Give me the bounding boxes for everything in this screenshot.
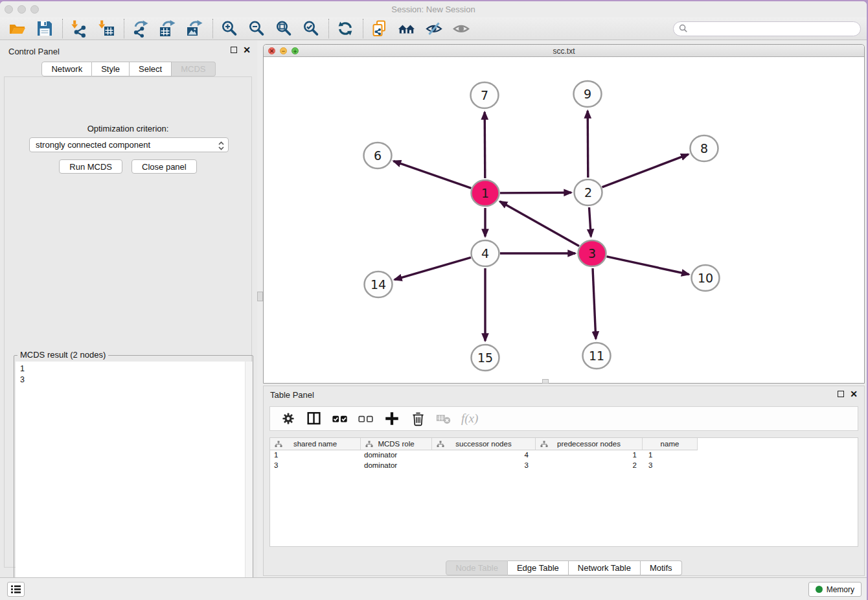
- close-panel-button[interactable]: Close panel: [131, 159, 197, 174]
- graph-edge[interactable]: [602, 154, 689, 187]
- control-panel: Control Panel ✕ NetworkStyleSelectMCDS O…: [0, 41, 257, 577]
- column-header-shared-name[interactable]: shared name: [270, 438, 361, 450]
- table-header-row: shared nameMCDS rolesuccessor nodesprede…: [270, 438, 858, 450]
- clone-network-icon[interactable]: [370, 19, 389, 38]
- optimization-criterion-label: Optimization criterion:: [5, 124, 251, 133]
- function-builder-icon: f(x): [461, 411, 478, 426]
- graph-edge[interactable]: [394, 161, 472, 189]
- tab-style[interactable]: Style: [92, 62, 130, 76]
- import-table-icon[interactable]: [97, 19, 116, 38]
- app-window: Session: New Session: [0, 1, 867, 600]
- export-table-icon[interactable]: [158, 19, 177, 38]
- table-cell[interactable]: 1: [643, 450, 698, 461]
- tab-node-table[interactable]: Node Table: [446, 560, 508, 575]
- column-header-name[interactable]: name: [643, 438, 698, 450]
- graph-node-label: 8: [700, 141, 708, 156]
- result-line: 3: [20, 375, 251, 386]
- show-columns-icon[interactable]: [306, 410, 323, 427]
- network-canvas[interactable]: 7968124314101511: [264, 57, 864, 383]
- add-row-icon[interactable]: [383, 410, 400, 427]
- result-line: 1: [20, 363, 251, 375]
- open-session-icon[interactable]: [8, 19, 27, 38]
- table-cell[interactable]: 4: [432, 450, 536, 461]
- table-row[interactable]: 1dominator411: [270, 450, 858, 461]
- graph-node-label: 15: [477, 351, 493, 365]
- toolbar-separator: [363, 19, 363, 38]
- run-mcds-button[interactable]: Run MCDS: [59, 159, 122, 174]
- graph-edge[interactable]: [589, 207, 591, 237]
- close-panel-icon[interactable]: ✕: [243, 47, 251, 53]
- zoom-in-icon[interactable]: [220, 19, 239, 38]
- node-table: shared nameMCDS rolesuccessor nodesprede…: [269, 437, 858, 547]
- horizontal-splitter-handle[interactable]: [542, 379, 549, 384]
- float-panel-icon[interactable]: [231, 47, 237, 53]
- memory-button-label: Memory: [827, 585, 854, 594]
- select-all-icon[interactable]: [332, 410, 348, 427]
- close-table-panel-icon[interactable]: ✕: [850, 391, 858, 397]
- first-neighbors-icon[interactable]: [397, 19, 417, 38]
- column-header-successor-nodes[interactable]: successor nodes: [432, 438, 536, 450]
- table-cell[interactable]: 1: [270, 450, 361, 461]
- window-title: Session: New Session: [0, 5, 867, 14]
- show-all-icon[interactable]: [451, 19, 471, 38]
- graph-edge[interactable]: [394, 257, 471, 279]
- graph-node-label: 9: [584, 87, 591, 101]
- search-input[interactable]: [673, 21, 861, 36]
- export-network-icon[interactable]: [131, 19, 150, 38]
- titlebar: Session: New Session: [0, 1, 867, 17]
- table-cell[interactable]: dominator: [361, 450, 432, 461]
- result-scrollbar[interactable]: [245, 362, 253, 599]
- table-panel: Table Panel ✕: [263, 386, 865, 576]
- graph-node-label: 11: [589, 349, 604, 363]
- table-cell[interactable]: 2: [536, 461, 643, 471]
- memory-button[interactable]: Memory: [808, 582, 862, 597]
- search-icon: [679, 24, 688, 33]
- memory-status-icon: [816, 586, 823, 593]
- tab-motifs[interactable]: Motifs: [641, 560, 682, 575]
- tab-select[interactable]: Select: [130, 62, 172, 76]
- zoom-selected-icon[interactable]: [301, 19, 321, 38]
- zoom-out-icon[interactable]: [247, 19, 266, 38]
- control-panel-title: Control Panel: [8, 47, 60, 56]
- graph-edge[interactable]: [500, 192, 571, 193]
- table-toolbar: f(x): [269, 406, 858, 431]
- float-table-panel-icon[interactable]: [838, 391, 844, 397]
- delete-row-icon[interactable]: [409, 410, 426, 427]
- tab-mcds[interactable]: MCDS: [172, 62, 215, 76]
- graph-node-label: 10: [698, 271, 713, 285]
- vertical-splitter-handle[interactable]: [257, 292, 263, 301]
- graph-edge[interactable]: [593, 268, 596, 339]
- table-cell[interactable]: 3: [432, 461, 536, 471]
- show-panels-button[interactable]: [7, 582, 25, 597]
- optimization-criterion-select[interactable]: strongly connected component: [29, 137, 229, 152]
- graph-node-label: 1: [481, 186, 489, 200]
- graph-edge[interactable]: [500, 202, 579, 246]
- tab-edge-table[interactable]: Edge Table: [508, 560, 569, 575]
- column-header-MCDS-role[interactable]: MCDS role: [361, 438, 432, 450]
- table-panel-tabs: Node TableEdge TableNetwork TableMotifs: [264, 560, 864, 575]
- save-session-icon[interactable]: [35, 19, 54, 38]
- tab-network-table[interactable]: Network Table: [569, 560, 641, 575]
- graph-edge[interactable]: [485, 112, 485, 178]
- table-cell[interactable]: dominator: [361, 461, 432, 471]
- table-row[interactable]: 3dominator323: [270, 461, 858, 471]
- mcds-result-text[interactable]: 13: [16, 362, 251, 597]
- unselect-all-icon[interactable]: [358, 410, 374, 427]
- graph-edge[interactable]: [588, 111, 588, 178]
- graph-edge[interactable]: [607, 257, 689, 275]
- zoom-fit-icon[interactable]: [274, 19, 293, 38]
- hide-selected-icon[interactable]: [424, 19, 444, 38]
- toolbar-separator: [328, 19, 329, 38]
- apply-layout-icon[interactable]: [336, 19, 355, 38]
- table-cell[interactable]: 3: [643, 461, 698, 471]
- network-graph[interactable]: 7968124314101511: [264, 57, 864, 383]
- tab-network[interactable]: Network: [41, 62, 92, 76]
- import-network-icon[interactable]: [69, 19, 89, 38]
- table-options-icon[interactable]: [280, 410, 297, 427]
- graph-node-label: 14: [371, 277, 386, 292]
- column-header-predecessor-nodes[interactable]: predecessor nodes: [536, 438, 643, 450]
- table-cell[interactable]: 1: [536, 450, 643, 461]
- export-image-icon[interactable]: [185, 19, 205, 38]
- mcds-result-group: MCDS result (2 nodes) 13: [14, 355, 253, 599]
- table-cell[interactable]: 3: [270, 461, 361, 471]
